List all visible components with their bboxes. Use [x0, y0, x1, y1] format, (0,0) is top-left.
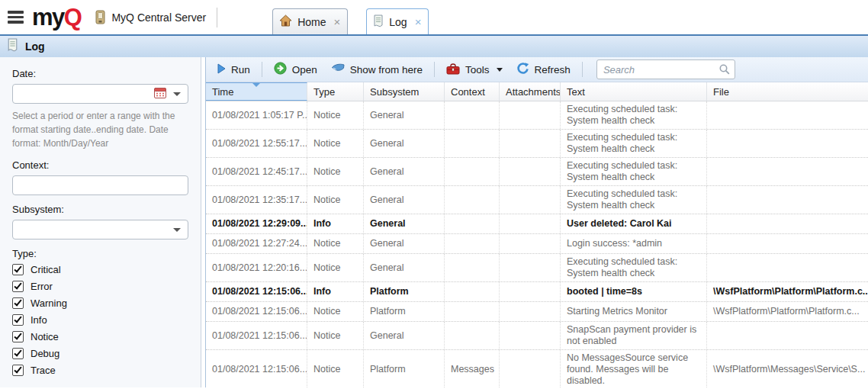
- checkbox-critical[interactable]: Critical: [12, 264, 188, 275]
- myq-logo: myQ: [32, 5, 81, 29]
- date-input[interactable]: [13, 85, 154, 103]
- log-row[interactable]: 01/08/2021 12:15:06...NoticePlatformMess…: [206, 350, 868, 387]
- column-header-file[interactable]: File: [707, 82, 868, 101]
- column-header-time[interactable]: Time: [206, 82, 307, 101]
- column-header-attachments[interactable]: Attachments: [500, 82, 561, 101]
- date-help-text: Select a period or enter a range with th…: [12, 109, 188, 150]
- server-icon: [95, 10, 106, 25]
- cell-type: Notice: [307, 186, 364, 214]
- cell-type: Notice: [307, 234, 364, 253]
- cell-context: [445, 234, 500, 253]
- checkbox-icon[interactable]: [12, 331, 24, 342]
- log-row[interactable]: 01/08/2021 12:45:17...NoticeGeneralExecu…: [206, 158, 868, 186]
- refresh-button[interactable]: Refresh: [511, 59, 576, 79]
- log-row[interactable]: 01/08/2021 12:55:17...NoticeGeneralExecu…: [206, 130, 868, 158]
- checkbox-icon[interactable]: [12, 281, 24, 292]
- toolbox-icon: [446, 63, 460, 77]
- open-button[interactable]: Open: [268, 59, 323, 79]
- checkbox-error[interactable]: Error: [12, 281, 188, 292]
- checkbox-warning[interactable]: Warning: [12, 297, 188, 309]
- tab-home[interactable]: Home ×: [272, 8, 348, 34]
- cell-file: [707, 101, 868, 129]
- cell-time: 01/08/2021 1:05:17 P...: [206, 101, 307, 129]
- cell-attachments: [500, 282, 561, 301]
- cell-time: 01/08/2021 12:20:16...: [206, 254, 307, 281]
- subsystem-select[interactable]: [12, 220, 188, 240]
- cell-attachments: [500, 158, 561, 185]
- search-input[interactable]: [596, 59, 735, 79]
- checkbox-icon[interactable]: [12, 264, 24, 275]
- close-icon[interactable]: ×: [415, 16, 422, 27]
- pointer-flag-icon: [331, 63, 345, 76]
- cell-type: Notice: [307, 254, 364, 281]
- cell-type: Notice: [307, 158, 364, 185]
- cell-context: [445, 254, 500, 281]
- hamburger-menu-icon[interactable]: [8, 11, 26, 24]
- date-field[interactable]: [12, 84, 188, 104]
- toolbar-separator: [434, 62, 435, 77]
- log-row[interactable]: 01/08/2021 12:15:06...NoticeGeneralSnapS…: [206, 322, 868, 350]
- context-input[interactable]: [13, 176, 188, 194]
- column-header-subsystem[interactable]: Subsystem: [364, 82, 445, 101]
- cell-time: 01/08/2021 12:29:09...: [206, 214, 307, 233]
- cell-context: [445, 214, 500, 233]
- cell-file: [707, 322, 868, 349]
- cell-context: [445, 130, 500, 157]
- cell-time: 01/08/2021 12:35:17...: [206, 186, 307, 214]
- cell-text: Executing scheduled task: System health …: [561, 158, 707, 185]
- cell-type: Notice: [307, 350, 364, 387]
- run-button[interactable]: Run: [212, 61, 256, 79]
- log-row[interactable]: 01/08/2021 12:27:24...NoticeGeneralLogin…: [206, 234, 868, 254]
- log-row[interactable]: 01/08/2021 1:05:17 P...NoticeGeneralExec…: [206, 101, 868, 130]
- close-icon[interactable]: ×: [334, 16, 341, 27]
- subsystem-input[interactable]: [13, 220, 173, 239]
- column-header-type[interactable]: Type: [307, 82, 364, 101]
- cell-text: Login success: *admin: [561, 234, 707, 253]
- logo-text-q: Q: [64, 4, 82, 31]
- cell-type: Notice: [307, 130, 364, 157]
- cell-file: [707, 130, 868, 157]
- column-header-text[interactable]: Text: [561, 82, 707, 101]
- logo-text-my: my: [32, 4, 64, 31]
- checkbox-info[interactable]: Info: [12, 314, 188, 326]
- checkbox-debug[interactable]: Debug: [12, 348, 188, 359]
- cell-file: \WsfPlatform\Platform\Platform.c...: [707, 302, 868, 321]
- subsystem-label: Subsystem:: [12, 204, 188, 215]
- cell-attachments: [500, 186, 561, 214]
- cell-time: 01/08/2021 12:45:17...: [206, 158, 307, 185]
- checkbox-icon[interactable]: [12, 297, 24, 309]
- run-icon: [217, 63, 226, 76]
- checkbox-icon[interactable]: [12, 365, 24, 376]
- date-label: Date:: [12, 68, 188, 79]
- chevron-down-icon[interactable]: [173, 228, 181, 232]
- home-icon: [279, 14, 292, 29]
- server-label: MyQ Central Server: [111, 11, 206, 24]
- calendar-icon[interactable]: [154, 87, 166, 101]
- cell-type: Notice: [307, 101, 364, 129]
- cell-context: Messages: [445, 350, 500, 387]
- log-row[interactable]: 01/08/2021 12:35:17...NoticeGeneralExecu…: [206, 186, 868, 214]
- show-from-here-button[interactable]: Show from here: [326, 61, 428, 78]
- cell-subsystem: General: [364, 130, 445, 157]
- tab-log[interactable]: Log ×: [366, 8, 429, 34]
- checkbox-notice[interactable]: Notice: [12, 331, 188, 342]
- log-row[interactable]: 01/08/2021 12:15:06...NoticePlatformStar…: [206, 302, 868, 322]
- refresh-icon: [516, 62, 529, 77]
- checkbox-icon[interactable]: [12, 348, 24, 359]
- cell-context: [445, 101, 500, 129]
- log-row[interactable]: 01/08/2021 12:20:16...NoticeGeneralExecu…: [206, 254, 868, 282]
- chevron-down-icon[interactable]: [173, 92, 181, 96]
- cell-attachments: [500, 322, 561, 349]
- context-field[interactable]: [12, 175, 188, 195]
- column-header-context[interactable]: Context: [445, 82, 500, 101]
- log-row[interactable]: 01/08/2021 12:15:06...InfoPlatformbooted…: [206, 282, 868, 302]
- tools-button[interactable]: Tools: [441, 60, 508, 79]
- checkbox-trace[interactable]: Trace: [12, 365, 188, 376]
- cell-context: [445, 186, 500, 214]
- filter-panel: Date: Select a period or enter a range w…: [0, 57, 201, 387]
- log-row[interactable]: 01/08/2021 12:29:09...InfoGeneralUser de…: [206, 214, 868, 234]
- checkbox-icon[interactable]: [12, 314, 24, 326]
- cell-type: Info: [307, 214, 364, 233]
- cell-file: [707, 214, 868, 233]
- cell-text: No MessagesSource service found. Message…: [561, 350, 707, 387]
